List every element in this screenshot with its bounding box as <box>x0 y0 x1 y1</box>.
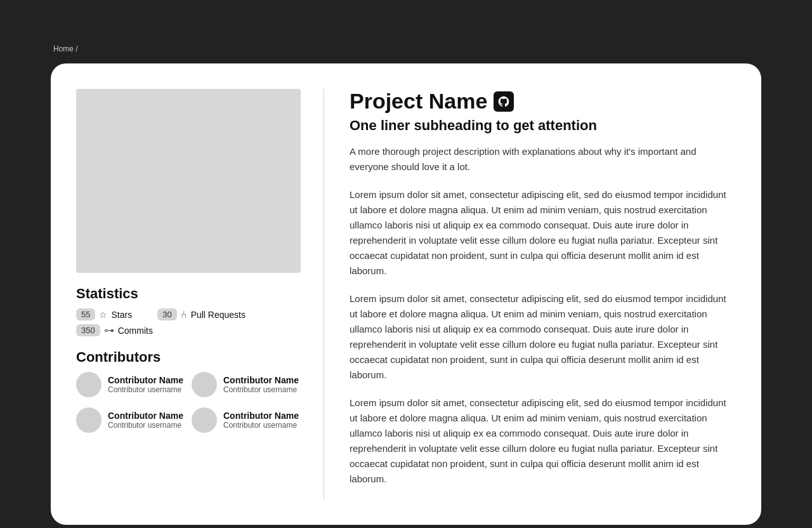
avatar <box>192 407 217 433</box>
breadcrumb: Home / <box>51 44 761 53</box>
contributor-name: Contributor Name <box>223 411 299 421</box>
stat-commits: 350 ⊶ Commits <box>76 324 153 336</box>
contributors-title: Contributors <box>76 349 301 366</box>
stat-stars: 55 ☆ Stars <box>76 308 132 320</box>
stats-grid: 55 ☆ Stars 30 ⑃ Pull Requests <box>76 308 301 336</box>
project-paragraph-2: Lorem ipsum dolor sit amet, consectetur … <box>350 291 736 383</box>
project-subheading: One liner subheading to get attention <box>350 117 736 134</box>
stars-label: Stars <box>111 310 132 320</box>
project-title: Project Name <box>350 89 736 114</box>
avatar <box>192 372 217 397</box>
list-item: Contributor Name Contributor username <box>76 372 185 397</box>
list-item: Contributor Name Contributor username <box>192 372 301 397</box>
contributor-username: Contributor username <box>223 385 299 394</box>
star-icon: ☆ <box>99 310 107 320</box>
stats-row-1: 55 ☆ Stars 30 ⑃ Pull Requests <box>76 308 301 320</box>
project-paragraph-1: Lorem ipsum dolor sit amet, consectetur … <box>350 187 736 279</box>
project-short-desc: A more thorough project description with… <box>350 144 736 175</box>
commits-label: Commits <box>118 326 153 336</box>
list-item: Contributor Name Contributor username <box>76 407 185 433</box>
vertical-divider <box>324 89 324 499</box>
avatar <box>76 407 102 433</box>
prs-badge: 30 <box>157 308 176 320</box>
pr-icon: ⑃ <box>181 309 187 320</box>
contributor-name: Contributor Name <box>108 411 183 421</box>
avatar <box>76 372 102 397</box>
project-paragraph-3: Lorem ipsum dolor sit amet, consectetur … <box>350 395 736 487</box>
statistics-title: Statistics <box>76 286 301 302</box>
contributor-username: Contributor username <box>223 421 299 430</box>
main-card: Statistics 55 ☆ Stars 30 ⑃ Pul <box>51 63 761 525</box>
commits-icon: ⊶ <box>104 324 114 336</box>
github-icon <box>494 91 514 112</box>
left-panel: Statistics 55 ☆ Stars 30 ⑃ Pul <box>76 89 324 499</box>
prs-label: Pull Requests <box>191 310 246 320</box>
contributor-username: Contributor username <box>108 421 183 430</box>
list-item: Contributor Name Contributor username <box>192 407 301 433</box>
contributor-name: Contributor Name <box>223 375 299 385</box>
project-image <box>76 89 301 273</box>
right-panel: Project Name One liner subheading to get… <box>347 89 736 499</box>
contributor-name: Contributor Name <box>108 375 183 385</box>
stats-row-2: 350 ⊶ Commits <box>76 324 301 336</box>
contributor-username: Contributor username <box>108 385 183 394</box>
stat-pull-requests: 30 ⑃ Pull Requests <box>157 308 246 320</box>
project-name-text: Project Name <box>350 89 487 114</box>
contributors-grid: Contributor Name Contributor username Co… <box>76 372 301 433</box>
commits-badge: 350 <box>76 324 100 336</box>
stars-badge: 55 <box>76 308 95 320</box>
